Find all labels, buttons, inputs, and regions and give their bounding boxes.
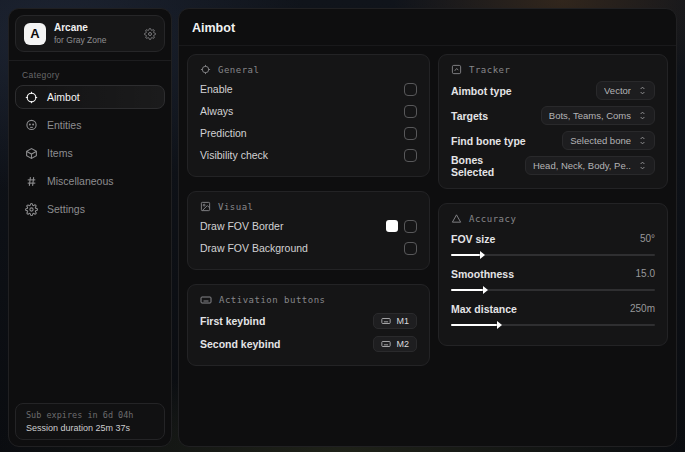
brand-card: A Arcane for Gray Zone — [15, 15, 165, 52]
sidebar-item-settings[interactable]: Settings — [15, 197, 165, 221]
keyboard-icon — [381, 339, 391, 349]
always-checkbox[interactable] — [404, 105, 417, 118]
row-label: Targets — [451, 110, 488, 122]
prediction-checkbox[interactable] — [404, 127, 417, 140]
visibility-check-checkbox[interactable] — [404, 149, 417, 162]
max-distance-slider[interactable] — [451, 324, 655, 326]
card-header-label: General — [218, 65, 259, 75]
brand-subtitle: for Gray Zone — [54, 35, 136, 46]
session-duration-text: Session duration 25m 37s — [26, 423, 154, 433]
bones-selected-dropdown[interactable]: Head, Neck, Body, Pe.. — [525, 156, 655, 175]
activation-card: Activation buttons First keybind M1 Seco… — [187, 284, 430, 366]
draw-fov-background-checkbox[interactable] — [404, 242, 417, 255]
sidebar-item-aimbot[interactable]: Aimbot — [15, 85, 165, 109]
slider-fill[interactable] — [451, 324, 497, 326]
setting-row-second-keybind: Second keybind M2 — [200, 332, 417, 355]
row-label: Visibility check — [200, 149, 268, 161]
row-label: Aimbot type — [451, 85, 512, 97]
triangle-icon — [451, 213, 462, 224]
card-header-label: Visual — [218, 202, 254, 212]
visual-card-header: Visual — [200, 201, 417, 212]
sidebar-item-label: Entities — [47, 119, 81, 131]
slider-fill[interactable] — [451, 289, 483, 291]
dropdown-value: Selected bone — [570, 135, 631, 146]
subscription-info: Sub expires in 6d 04h Session duration 2… — [15, 403, 165, 440]
gear-icon — [25, 203, 38, 216]
card-header-label: Accuracy — [469, 214, 516, 224]
find-bone-type-dropdown[interactable]: Selected bone — [562, 131, 655, 150]
setting-row-find-bone-type: Find bone type Selected bone — [451, 128, 655, 153]
setting-row-first-keybind: First keybind M1 — [200, 309, 417, 332]
sub-expires-text: Sub expires in 6d 04h — [26, 410, 154, 420]
accuracy-card: Accuracy FOV size 50° Smoothness 15.0 — [438, 203, 668, 346]
gear-icon[interactable] — [144, 28, 156, 40]
setting-row-draw-fov-border: Draw FOV Border — [200, 215, 417, 237]
sidebar-item-label: Miscellaneous — [47, 175, 114, 187]
package-icon — [25, 147, 38, 160]
max-distance-value: 250m — [630, 303, 655, 314]
sidebar-nav: Aimbot Entities Items Miscellaneous Sett… — [9, 85, 171, 221]
enable-checkbox[interactable] — [404, 83, 417, 96]
setting-row-prediction: Prediction — [200, 122, 417, 144]
setting-row-aimbot-type: Aimbot type Vector — [451, 78, 655, 103]
sidebar-item-items[interactable]: Items — [15, 141, 165, 165]
misc-icon — [25, 175, 38, 188]
first-keybind-button[interactable]: M1 — [373, 313, 417, 329]
dropdown-value: Head, Neck, Body, Pe.. — [533, 160, 631, 171]
page-title: Aimbot — [192, 21, 663, 35]
fov-size-value: 50° — [640, 233, 655, 244]
chevrons-up-down-icon — [638, 136, 647, 145]
tracker-card-header: Tracker — [451, 64, 655, 75]
chevrons-up-down-icon — [638, 161, 647, 170]
row-label: Bones Selected — [451, 154, 525, 178]
sidebar-item-label: Aimbot — [47, 91, 80, 103]
tracker-card: Tracker Aimbot type Vector Targets Bots,… — [438, 54, 668, 189]
content: General Enable Always Prediction Visibil… — [179, 46, 676, 374]
dropdown-value: Bots, Teams, Coms — [549, 110, 631, 121]
brand-logo: A — [24, 23, 46, 45]
setting-row-targets: Targets Bots, Teams, Coms — [451, 103, 655, 128]
general-card: General Enable Always Prediction Visibil… — [187, 54, 430, 177]
sidebar-item-label: Settings — [47, 203, 85, 215]
fov-size-slider[interactable] — [451, 254, 655, 256]
second-keybind-button[interactable]: M2 — [373, 336, 417, 352]
setting-row-enable: Enable — [200, 78, 417, 100]
setting-row-always: Always — [200, 100, 417, 122]
max-distance-setting: Max distance 250m — [451, 300, 655, 326]
slider-fill[interactable] — [451, 254, 480, 256]
row-label: Find bone type — [451, 135, 526, 147]
draw-fov-border-checkbox[interactable] — [404, 220, 417, 233]
keyboard-icon — [200, 294, 212, 306]
crosshair-icon — [25, 91, 38, 104]
sidebar: A Arcane for Gray Zone Category Aimbot E… — [8, 8, 172, 447]
visual-card: Visual Draw FOV Border Draw FOV Backgrou… — [187, 191, 430, 270]
keyboard-icon — [381, 316, 391, 326]
smoothness-value: 15.0 — [636, 268, 655, 279]
fov-border-color-swatch[interactable] — [386, 220, 398, 232]
dropdown-value: Vector — [604, 85, 631, 96]
image-icon — [200, 201, 211, 212]
chevrons-up-down-icon — [638, 86, 647, 95]
category-label: Category — [22, 70, 158, 80]
sidebar-item-entities[interactable]: Entities — [15, 113, 165, 137]
smoothness-slider[interactable] — [451, 289, 655, 291]
aimbot-type-dropdown[interactable]: Vector — [596, 81, 655, 100]
fov-size-setting: FOV size 50° — [451, 230, 655, 256]
entities-icon — [25, 119, 38, 132]
main-header: Aimbot — [179, 9, 676, 46]
row-label: Draw FOV Background — [200, 242, 308, 254]
main-panel: Aimbot General Enable Always — [178, 8, 677, 447]
card-header-label: Activation buttons — [219, 295, 326, 305]
brand-text: Arcane for Gray Zone — [54, 22, 136, 45]
row-label: Draw FOV Border — [200, 220, 283, 232]
targets-dropdown[interactable]: Bots, Teams, Coms — [541, 106, 655, 125]
keybind-value: M1 — [396, 316, 409, 326]
activation-card-header: Activation buttons — [200, 294, 417, 306]
sidebar-item-label: Items — [47, 147, 73, 159]
setting-row-visibility-check: Visibility check — [200, 144, 417, 166]
card-header-label: Tracker — [469, 65, 510, 75]
sidebar-item-miscellaneous[interactable]: Miscellaneous — [15, 169, 165, 193]
right-column: Tracker Aimbot type Vector Targets Bots,… — [438, 54, 668, 346]
left-column: General Enable Always Prediction Visibil… — [187, 54, 430, 366]
smoothness-setting: Smoothness 15.0 — [451, 265, 655, 291]
